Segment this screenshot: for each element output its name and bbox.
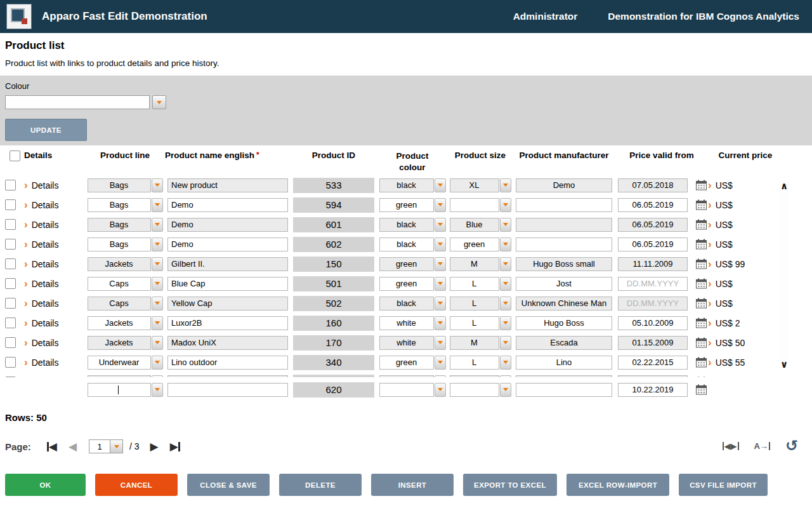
- calendar-icon[interactable]: [696, 199, 707, 210]
- dropdown-value[interactable]: Bags: [88, 198, 151, 212]
- date-input[interactable]: 02.22.2015: [618, 356, 688, 370]
- product-name-input[interactable]: Blue Cap: [167, 277, 288, 291]
- dropdown-button[interactable]: [500, 356, 511, 370]
- dropdown-value[interactable]: XL: [450, 178, 499, 192]
- dropdown-button[interactable]: [435, 218, 446, 232]
- delete-button[interactable]: DELETE: [279, 474, 362, 496]
- details-link[interactable]: Details: [32, 220, 59, 230]
- dropdown-button[interactable]: [435, 375, 446, 378]
- dropdown-button[interactable]: [435, 198, 446, 212]
- date-input[interactable]: 07.05.2018: [618, 178, 688, 192]
- calendar-icon[interactable]: [696, 377, 707, 377]
- dropdown-value[interactable]: Bags: [88, 237, 151, 251]
- calendar-icon[interactable]: [696, 239, 707, 250]
- date-input[interactable]: 05.10.2009: [618, 316, 688, 330]
- dropdown-value[interactable]: white: [379, 316, 434, 330]
- dropdown-button[interactable]: [152, 198, 163, 212]
- dropdown-button[interactable]: [435, 297, 446, 311]
- date-input[interactable]: 01.15.2009: [618, 336, 688, 350]
- dropdown-value[interactable]: [450, 198, 499, 212]
- dropdown-value[interactable]: green: [379, 257, 434, 271]
- dropdown-value[interactable]: black: [379, 178, 434, 192]
- row-checkbox[interactable]: [5, 318, 16, 328]
- current-price[interactable]: US$ 50: [716, 338, 745, 348]
- scroll-down-icon[interactable]: ∨: [780, 359, 788, 369]
- row-checkbox[interactable]: [5, 298, 16, 309]
- dropdown-value[interactable]: Bags: [88, 178, 151, 192]
- dropdown-value[interactable]: M: [450, 336, 499, 350]
- current-price[interactable]: US$ 99: [716, 259, 745, 269]
- scroll-up-icon[interactable]: ∧: [780, 181, 788, 190]
- product-name-input[interactable]: Demo: [167, 198, 288, 212]
- last-page-button[interactable]: ▶: [170, 441, 180, 452]
- dropdown-button[interactable]: [500, 277, 511, 291]
- dropdown-value[interactable]: black: [379, 218, 434, 232]
- dropdown-value[interactable]: [379, 383, 434, 397]
- dropdown-value[interactable]: Jackets: [88, 257, 151, 271]
- details-link[interactable]: Details: [32, 377, 59, 378]
- manufacturer-input[interactable]: Hugo Boss small: [516, 257, 612, 271]
- manufacturer-input[interactable]: Demo: [516, 178, 612, 192]
- current-price[interactable]: US$ 2: [716, 318, 740, 328]
- dropdown-button[interactable]: [500, 383, 511, 397]
- date-input[interactable]: [618, 375, 688, 378]
- row-checkbox[interactable]: [5, 337, 16, 348]
- row-checkbox[interactable]: [5, 239, 16, 250]
- product-name-input[interactable]: Lino outdoor: [167, 356, 288, 370]
- dropdown-value[interactable]: Blue: [450, 218, 499, 232]
- dropdown-button[interactable]: [500, 218, 511, 232]
- previous-page-button[interactable]: ◀: [69, 441, 77, 452]
- csv-import-button[interactable]: CSV FILE IMPORT: [679, 474, 768, 496]
- dropdown-button[interactable]: [152, 375, 163, 378]
- dropdown-value[interactable]: green: [450, 237, 499, 251]
- dropdown-value[interactable]: M: [450, 257, 499, 271]
- dropdown-value[interactable]: L: [450, 297, 499, 311]
- calendar-icon[interactable]: [696, 357, 707, 368]
- close-save-button[interactable]: CLOSE & SAVE: [187, 474, 270, 496]
- manufacturer-input[interactable]: Unknown Chinese Man: [516, 297, 612, 311]
- fit-columns-icon[interactable]: ◀▶: [723, 441, 739, 451]
- row-checkbox[interactable]: [5, 357, 16, 368]
- dropdown-button[interactable]: [435, 257, 446, 271]
- dropdown-button[interactable]: [435, 383, 446, 397]
- dropdown-button[interactable]: [500, 257, 511, 271]
- vertical-scrollbar[interactable]: ∧ ∨: [779, 181, 789, 369]
- dropdown-button[interactable]: [500, 375, 511, 378]
- manufacturer-input[interactable]: [516, 375, 612, 378]
- date-input[interactable]: 06.05.2019: [618, 237, 688, 251]
- product-name-input[interactable]: Luxor2B: [167, 316, 288, 330]
- dropdown-value[interactable]: black: [379, 237, 434, 251]
- current-price[interactable]: US$: [716, 180, 733, 190]
- calendar-icon[interactable]: [696, 337, 707, 348]
- excel-row-import-button[interactable]: EXCEL ROW-IMPORT: [566, 474, 669, 496]
- current-price[interactable]: US$ 55: [716, 358, 745, 368]
- dropdown-button[interactable]: [500, 178, 511, 192]
- product-name-input[interactable]: [167, 375, 288, 378]
- first-page-button[interactable]: ◀: [47, 441, 57, 452]
- insert-button[interactable]: INSERT: [371, 474, 454, 496]
- dropdown-button[interactable]: [500, 198, 511, 212]
- manufacturer-input[interactable]: Escada: [516, 336, 612, 350]
- dropdown-button[interactable]: [500, 316, 511, 330]
- manufacturer-input[interactable]: Lino: [516, 356, 612, 370]
- dropdown-value[interactable]: Bags: [88, 218, 151, 232]
- dropdown-button[interactable]: [152, 356, 163, 370]
- dropdown-button[interactable]: [152, 257, 163, 271]
- calendar-icon[interactable]: [696, 298, 707, 309]
- product-name-input[interactable]: Gilbert II.: [167, 257, 288, 271]
- dropdown-value[interactable]: Caps: [88, 297, 151, 311]
- dropdown-button[interactable]: [152, 178, 163, 192]
- dropdown-button[interactable]: [152, 237, 163, 251]
- row-checkbox[interactable]: [5, 278, 16, 289]
- row-checkbox[interactable]: [5, 219, 16, 230]
- product-name-input[interactable]: [167, 383, 288, 397]
- dropdown-button[interactable]: [152, 218, 163, 232]
- details-link[interactable]: Details: [32, 298, 59, 309]
- calendar-icon[interactable]: [696, 258, 707, 269]
- current-price[interactable]: US$: [716, 220, 733, 230]
- dropdown-value[interactable]: Caps: [88, 277, 151, 291]
- date-input[interactable]: 10.22.2019: [618, 383, 688, 397]
- calendar-icon[interactable]: [696, 278, 707, 289]
- details-link[interactable]: Details: [32, 358, 59, 368]
- dropdown-value[interactable]: [450, 383, 499, 397]
